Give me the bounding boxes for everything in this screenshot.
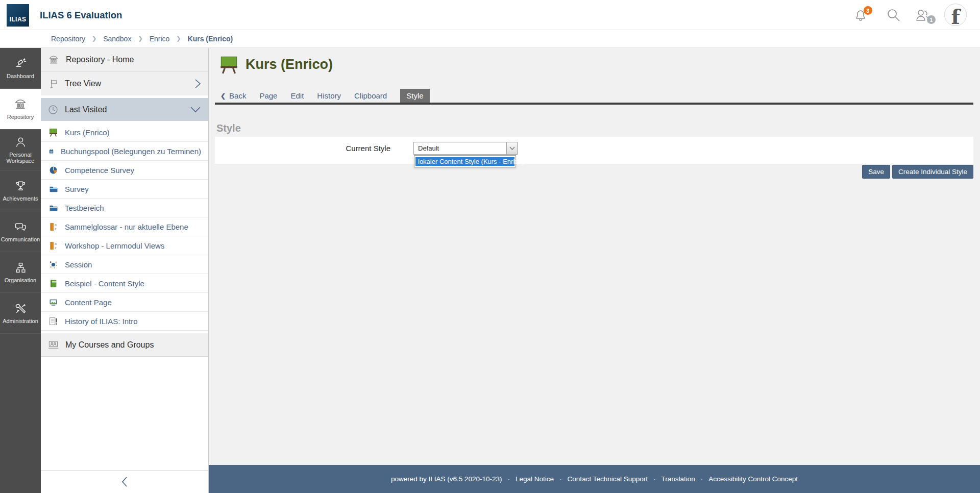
svg-text:z: z (55, 246, 56, 250)
footer-link-legal-notice[interactable]: Legal Notice (516, 475, 554, 483)
rail-item-administration[interactable]: Administration (0, 293, 41, 334)
list-item-testbereich[interactable]: Testbereich (41, 199, 208, 217)
breadcrumb-sandbox[interactable]: Sandbox (103, 35, 131, 43)
select-arrow-button[interactable] (506, 142, 517, 154)
ilias-app: ILIAS ILIAS 6 Evaluation 3 1 f (0, 0, 980, 493)
search-icon (887, 8, 900, 22)
list-item-label: Buchungspool (Belegungen zu Terminen) (61, 147, 201, 156)
bank-icon (14, 97, 27, 111)
dropdown-option-local-style[interactable]: lokaler Content Style (Kurs - Enrico) (415, 157, 514, 166)
avatar[interactable]: f (944, 4, 967, 26)
rail-item-repository[interactable]: Repository (0, 89, 41, 130)
rail-label: Personal Workspace (0, 152, 41, 164)
list-item-label: Survey (65, 185, 89, 193)
tab-underline (215, 103, 973, 105)
footer-separator: · (701, 475, 703, 483)
tab-back[interactable]: ❮ Back (220, 91, 246, 100)
footer-link-contact-support[interactable]: Contact Technical Support (568, 475, 648, 483)
crossed-tools-icon (14, 302, 27, 315)
session-dots-icon (49, 260, 58, 269)
rail-label: Organisation (3, 277, 38, 284)
list-item-beispiel-content-style[interactable]: Beispiel - Content Style (41, 274, 208, 293)
search-button[interactable] (887, 8, 900, 24)
bank-icon (48, 55, 59, 65)
list-item-label: Session (65, 260, 92, 269)
list-item-label: Testbereich (65, 204, 104, 212)
rail-item-dashboard[interactable]: Dashboard (0, 48, 41, 89)
current-style-label: Current Style (311, 142, 390, 155)
sidebar-item-label: My Courses and Groups (65, 340, 154, 350)
tab-clipboard[interactable]: Clipboard (354, 91, 387, 100)
list-item-label: History of ILIAS: Intro (65, 317, 138, 326)
sidebar: Repository - Home Tree View Last Visited (41, 48, 209, 493)
svg-text:a: a (55, 241, 57, 245)
breadcrumb-current[interactable]: Kurs (Enrico) (188, 35, 233, 43)
svg-text:z: z (55, 227, 56, 231)
save-button[interactable]: Save (862, 165, 890, 179)
tab-style-active[interactable]: Style (400, 89, 429, 103)
list-item-label: Workshop - Lernmodul Views (65, 241, 164, 250)
sidebar-item-my-courses-groups[interactable]: My Courses and Groups (41, 333, 208, 357)
list-item-content-page[interactable]: Content Page (41, 293, 208, 312)
course-easel-icon (49, 128, 58, 137)
style-dropdown-list: lokaler Content Style (Kurs - Enrico) (414, 155, 516, 167)
ilias-logo[interactable]: ILIAS (7, 4, 29, 27)
breadcrumb: Repository ❯ Sandbox ❯ Enrico ❯ Kurs (En… (0, 30, 980, 48)
list-item-label: Competence Survey (65, 166, 134, 175)
list-item-survey[interactable]: Survey (41, 180, 208, 199)
footer-link-accessibility[interactable]: Accessibility Control Concept (708, 475, 798, 483)
list-item-history-of-ilias[interactable]: History of ILIAS: Intro (41, 312, 208, 331)
org-chart-icon (14, 261, 27, 274)
sidebar-item-repository-home[interactable]: Repository - Home (41, 48, 208, 71)
breadcrumb-separator-icon: ❯ (92, 35, 96, 42)
contacts-badge: 1 (927, 15, 936, 24)
rail-item-communication[interactable]: Communication (0, 211, 41, 252)
rail-item-achievements[interactable]: Achievements (0, 170, 41, 211)
sidebar-item-label: Repository - Home (66, 55, 134, 64)
section-heading: Style (216, 122, 241, 134)
powered-by-text: powered by ILIAS (v6.5 2020-10-23) (391, 475, 502, 483)
tab-page[interactable]: Page (259, 91, 277, 100)
footer-link-translation[interactable]: Translation (661, 475, 695, 483)
main-nav-rail: Dashboard Repository Personal Workspace (0, 48, 41, 493)
footer-separator: · (559, 475, 562, 483)
green-book-icon (49, 279, 58, 288)
list-item-session[interactable]: Session (41, 255, 208, 274)
folder-icon (49, 204, 58, 212)
footer-separator: · (653, 475, 656, 483)
app-title: ILIAS 6 Evaluation (40, 0, 122, 30)
list-item-buchungspool[interactable]: Buchungspool (Belegungen zu Terminen) (41, 142, 208, 161)
tab-back-label: Back (229, 91, 246, 100)
course-easel-icon (219, 55, 238, 74)
rail-label: Communication (0, 236, 41, 243)
chevron-left-icon: ❮ (220, 92, 226, 100)
chevron-right-icon (194, 78, 201, 89)
list-item-label: Content Page (65, 298, 112, 307)
booking-calendar-icon (49, 147, 54, 156)
sidebar-item-tree-view[interactable]: Tree View (41, 71, 208, 95)
create-individual-style-button[interactable]: Create Individual Style (892, 165, 973, 179)
list-item-workshop[interactable]: a z Workshop - Lernmodul Views (41, 236, 208, 255)
breadcrumb-repository[interactable]: Repository (51, 35, 85, 43)
chevron-down-icon (509, 146, 515, 150)
rail-item-personal-workspace[interactable]: Personal Workspace (0, 130, 41, 170)
breadcrumb-separator-icon: ❯ (176, 35, 181, 42)
list-item-kurs-enrico[interactable]: Kurs (Enrico) (41, 123, 208, 142)
tab-history[interactable]: History (317, 91, 341, 100)
list-item-competence-survey[interactable]: Competence Survey (41, 161, 208, 180)
rail-item-organisation[interactable]: Organisation (0, 252, 41, 293)
action-buttons: Save Create Individual Style (862, 165, 973, 179)
current-style-select[interactable]: Default (413, 142, 518, 155)
list-item-label: Beispiel - Content Style (65, 279, 144, 288)
dashboard-lamp-icon (14, 57, 27, 70)
breadcrumb-enrico[interactable]: Enrico (150, 35, 170, 43)
sidebar-collapse-button[interactable] (41, 470, 208, 493)
sidebar-item-label: Tree View (65, 79, 101, 88)
page-title: Kurs (Enrico) (246, 57, 333, 72)
tab-edit[interactable]: Edit (290, 91, 304, 100)
rail-label: Administration (1, 318, 40, 325)
list-item-sammelglossar[interactable]: a z Sammelglossar - nur aktuelle Ebene (41, 217, 208, 236)
breadcrumb-separator-icon: ❯ (138, 35, 142, 42)
sidebar-item-last-visited[interactable]: Last Visited (41, 98, 208, 121)
person-icon (14, 136, 27, 149)
